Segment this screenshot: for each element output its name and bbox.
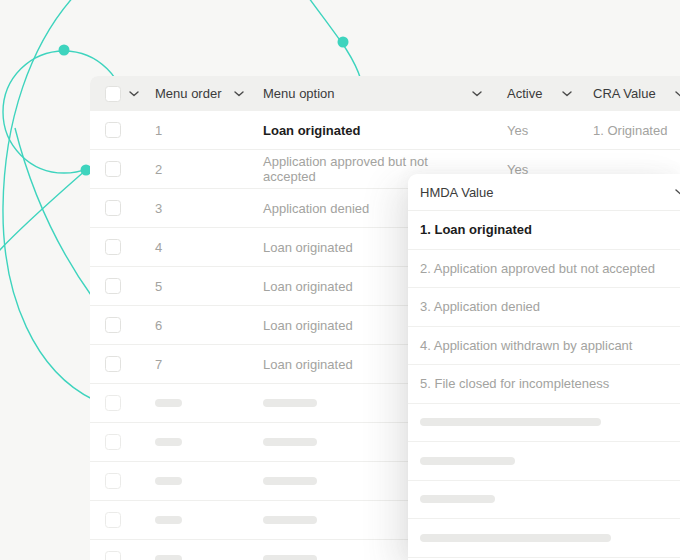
row-checkbox[interactable] — [105, 356, 121, 372]
skeleton-bar — [155, 399, 182, 407]
decor-curve-cross — [15, 128, 93, 298]
skeleton-bar — [155, 477, 182, 485]
decor-big-arc — [3, 0, 94, 400]
chevron-down-icon[interactable] — [234, 91, 244, 97]
row-checkbox[interactable] — [105, 434, 121, 450]
row-checkbox[interactable] — [105, 239, 121, 255]
cell-menu-option: Application denied — [263, 201, 369, 216]
row-checkbox[interactable] — [105, 317, 121, 333]
skeleton-bar — [420, 418, 601, 426]
cell-menu-order: 7 — [155, 357, 162, 372]
column-label: Menu order — [155, 86, 221, 101]
decor-node-dot — [59, 45, 70, 56]
column-header-menu-option[interactable]: Menu option — [254, 86, 498, 101]
skeleton-bar — [263, 438, 317, 446]
skeleton-bar — [263, 516, 317, 524]
hmda-value-dropdown: HMDA Value 1. Loan originated 2. Applica… — [408, 174, 680, 560]
cell-menu-option: Loan originated — [263, 279, 353, 294]
skeleton-bar — [263, 477, 317, 485]
dropdown-option[interactable]: 5. File closed for incompleteness — [408, 365, 680, 404]
skeleton-row — [408, 519, 680, 558]
dropdown-option[interactable]: 4. Application withdrawn by applicant — [408, 327, 680, 366]
skeleton-row — [408, 442, 680, 481]
cell-menu-option: Loan originated — [263, 357, 353, 372]
chevron-down-icon[interactable] — [675, 91, 680, 97]
table-row: 1 Loan originated Yes 1. Originated — [90, 111, 680, 150]
cell-cra-value: 1. Originated — [593, 123, 667, 138]
dropdown-option[interactable]: 2. Application approved but not accepted — [408, 250, 680, 289]
skeleton-bar — [263, 555, 317, 560]
cell-menu-order: 4 — [155, 240, 162, 255]
skeleton-row — [408, 404, 680, 443]
dropdown-header[interactable]: HMDA Value — [408, 174, 680, 211]
skeleton-bar — [155, 516, 182, 524]
cell-menu-order: 1 — [155, 123, 162, 138]
column-label: Active — [507, 86, 542, 101]
cell-menu-option: Loan originated — [263, 240, 353, 255]
table-header-row: Menu order Menu option Active CRA Value — [90, 76, 680, 111]
chevron-down-icon[interactable] — [675, 189, 680, 195]
skeleton-bar — [420, 495, 495, 503]
column-header-active[interactable]: Active — [498, 86, 584, 101]
cell-menu-order: 2 — [155, 162, 162, 177]
row-checkbox[interactable] — [105, 161, 121, 177]
chevron-down-icon[interactable] — [562, 91, 572, 97]
chevron-down-icon[interactable] — [129, 91, 139, 97]
chevron-down-icon[interactable] — [472, 91, 482, 97]
cell-menu-option: Loan originated — [263, 318, 353, 333]
decor-curve-topright — [306, 0, 361, 80]
row-checkbox[interactable] — [105, 551, 121, 560]
row-checkbox[interactable] — [105, 395, 121, 411]
cell-active: Yes — [507, 123, 528, 138]
skeleton-row — [408, 481, 680, 520]
skeleton-bar — [155, 555, 182, 560]
row-checkbox[interactable] — [105, 278, 121, 294]
decor-node-dot — [338, 37, 349, 48]
select-all-cell — [90, 86, 146, 102]
skeleton-bar — [263, 399, 317, 407]
dropdown-option[interactable]: 1. Loan originated — [408, 211, 680, 250]
row-checkbox[interactable] — [105, 512, 121, 528]
select-all-checkbox[interactable] — [105, 86, 121, 102]
row-checkbox[interactable] — [105, 200, 121, 216]
column-header-cra-value[interactable]: CRA Value — [584, 86, 680, 101]
dropdown-title: HMDA Value — [420, 185, 493, 200]
cell-menu-order: 3 — [155, 201, 162, 216]
app-screen: Menu order Menu option Active CRA Value — [0, 0, 680, 560]
column-header-menu-order[interactable]: Menu order — [146, 86, 254, 101]
skeleton-bar — [420, 534, 611, 542]
row-checkbox[interactable] — [105, 122, 121, 138]
column-label: Menu option — [263, 86, 335, 101]
cell-menu-option: Loan originated — [263, 123, 361, 138]
skeleton-bar — [420, 457, 515, 465]
skeleton-bar — [155, 438, 182, 446]
column-label: CRA Value — [593, 86, 656, 101]
cell-menu-order: 5 — [155, 279, 162, 294]
dropdown-option[interactable]: 3. Application denied — [408, 288, 680, 327]
row-checkbox[interactable] — [105, 473, 121, 489]
cell-menu-order: 6 — [155, 318, 162, 333]
